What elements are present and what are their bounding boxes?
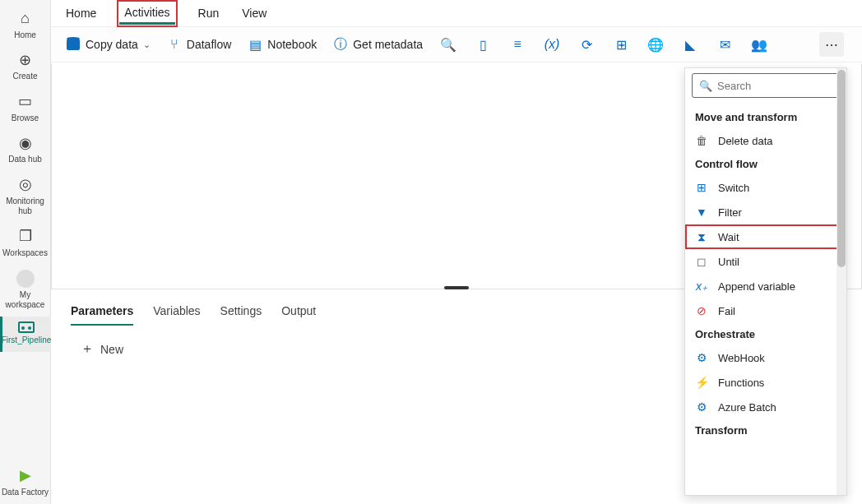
- rail-workspaces[interactable]: ❐Workspaces: [0, 223, 51, 265]
- activity-azure-batch[interactable]: ⚙Azure Batch: [685, 395, 846, 419]
- tab-view[interactable]: View: [242, 3, 266, 23]
- section-control-flow: Control flow: [685, 153, 846, 175]
- monitoring-icon: ◎: [19, 176, 32, 194]
- copy-data-icon: [66, 37, 81, 52]
- switch-icon: ⊞: [695, 181, 708, 194]
- data-factory-icon: ▶: [20, 467, 31, 485]
- activity-search-input[interactable]: [717, 80, 847, 92]
- invoke-pipeline-icon[interactable]: ◣: [681, 35, 699, 53]
- rail-data-factory[interactable]: ▶Data Factory: [0, 462, 51, 504]
- filter-icon: ▼: [695, 206, 708, 219]
- panel-tab-output[interactable]: Output: [281, 304, 316, 326]
- webhook-icon: ⚙: [695, 351, 708, 364]
- plus-circle-icon: ⊕: [19, 52, 31, 70]
- script-icon[interactable]: ▯: [474, 35, 492, 53]
- avatar-icon: [16, 270, 35, 288]
- section-move-transform: Move and transform: [685, 106, 846, 128]
- activity-switch[interactable]: ⊞Switch: [685, 175, 846, 200]
- web-icon[interactable]: 🌐: [646, 35, 665, 53]
- activity-functions[interactable]: ⚡Functions: [685, 370, 846, 395]
- rail-first-pipeline[interactable]: First_Pipeline: [0, 317, 51, 352]
- search-icon: 🔍: [699, 80, 712, 92]
- dataflow-icon: ⑂: [167, 37, 182, 52]
- section-transform: Transform: [685, 419, 846, 442]
- hourglass-icon: ⧗: [695, 230, 708, 243]
- activity-search[interactable]: 🔍: [692, 73, 840, 98]
- section-orchestrate: Orchestrate: [685, 323, 846, 345]
- foreach-icon[interactable]: ⟳: [577, 35, 596, 53]
- rail-create[interactable]: ⊕Create: [0, 47, 51, 89]
- variable-icon[interactable]: (x): [543, 35, 561, 53]
- info-icon: ⓘ: [333, 37, 348, 52]
- tab-activities[interactable]: Activities: [119, 2, 174, 25]
- home-icon: ⌂: [21, 10, 30, 28]
- rail-monitoring[interactable]: ◎Monitoring hub: [0, 171, 51, 223]
- panel-tab-variables[interactable]: Variables: [153, 304, 200, 326]
- dataflow-button[interactable]: ⑂Dataflow: [167, 37, 231, 52]
- notebook-button[interactable]: ▤Notebook: [248, 37, 317, 52]
- activities-toolbar: Copy data ⌄ ⑂Dataflow ▤Notebook ⓘGet met…: [51, 26, 862, 62]
- activity-wait[interactable]: ⧗Wait: [685, 224, 846, 249]
- notebook-icon: ▤: [248, 37, 262, 52]
- until-icon: ◻: [695, 255, 708, 268]
- rail-home[interactable]: ⌂Home: [0, 5, 51, 47]
- activity-webhook[interactable]: ⚙WebHook: [685, 345, 846, 370]
- activity-fail[interactable]: ⊘Fail: [685, 298, 846, 323]
- activity-until[interactable]: ◻Until: [685, 249, 846, 274]
- activities-dropdown-panel: 🔍 Move and transform 🗑Delete data Contro…: [684, 67, 847, 496]
- get-metadata-button[interactable]: ⓘGet metadata: [333, 37, 423, 52]
- data-hub-icon: ◉: [19, 135, 32, 153]
- panel-tab-settings[interactable]: Settings: [220, 304, 262, 326]
- resize-handle[interactable]: [444, 286, 469, 289]
- more-activities-button[interactable]: ⋯: [819, 32, 844, 57]
- ribbon-tabs: Home Activities Run View: [51, 0, 862, 26]
- workspaces-icon: ❐: [19, 228, 32, 246]
- gear-icon: ⚙: [695, 400, 708, 414]
- rail-browse[interactable]: ▭Browse: [0, 88, 51, 130]
- chevron-down-icon: ⌄: [143, 39, 151, 50]
- plus-icon: ＋: [81, 340, 94, 358]
- dropdown-scrollbar[interactable]: [837, 68, 846, 495]
- outlook-icon[interactable]: ✉: [716, 35, 734, 53]
- activity-filter[interactable]: ▼Filter: [685, 200, 846, 224]
- tab-home[interactable]: Home: [66, 3, 96, 23]
- pipeline-icon: [18, 321, 35, 333]
- if-icon[interactable]: ⊞: [612, 35, 630, 53]
- rail-data-hub[interactable]: ◉Data hub: [0, 130, 51, 172]
- lookup-icon[interactable]: 🔍: [439, 35, 457, 53]
- trash-icon: 🗑: [695, 134, 708, 147]
- stored-procedure-icon[interactable]: ≡: [508, 35, 526, 53]
- activity-append-variable[interactable]: x₊Append variable: [685, 274, 846, 298]
- teams-icon[interactable]: 👥: [750, 35, 768, 53]
- copy-data-button[interactable]: Copy data ⌄: [66, 37, 151, 52]
- panel-tab-parameters[interactable]: Parameters: [71, 304, 133, 326]
- rail-my-workspace[interactable]: My workspace: [0, 265, 51, 317]
- append-variable-icon: x₊: [695, 280, 708, 293]
- tab-run[interactable]: Run: [198, 3, 220, 23]
- activity-delete-data[interactable]: 🗑Delete data: [685, 128, 846, 153]
- folder-icon: ▭: [18, 93, 32, 111]
- functions-icon: ⚡: [695, 376, 708, 389]
- fail-icon: ⊘: [695, 304, 708, 317]
- left-nav-rail: ⌂Home ⊕Create ▭Browse ◉Data hub ◎Monitor…: [0, 0, 51, 504]
